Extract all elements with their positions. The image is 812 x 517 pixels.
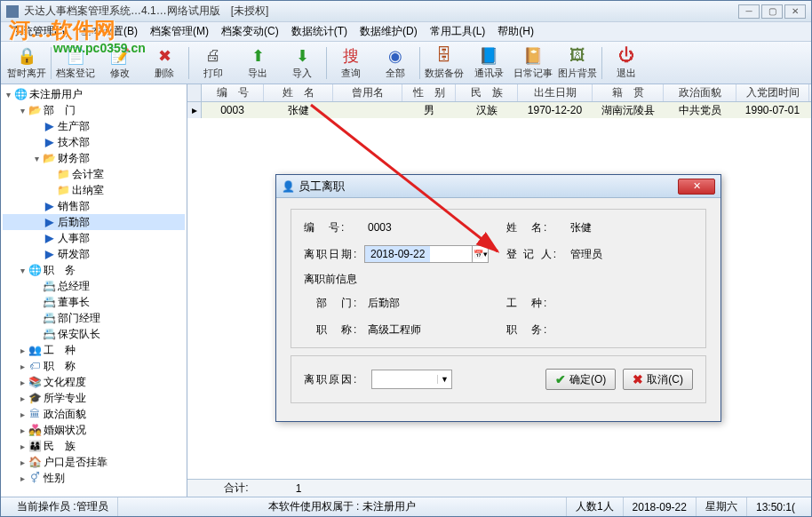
column-header[interactable]: 民 族	[456, 84, 518, 101]
tree-node[interactable]: ▶销售部	[3, 198, 185, 214]
toolbar-日常记事[interactable]: 📔日常记事	[511, 44, 555, 83]
menu-item[interactable]: 数据统计(T)	[286, 22, 353, 41]
toolbar-全部[interactable]: ◉全部	[373, 44, 418, 83]
column-header[interactable]: 曾用名	[333, 84, 402, 101]
grid-cell[interactable]	[333, 102, 402, 118]
toolbar-修改[interactable]: 📝修改	[98, 44, 142, 83]
tree-node[interactable]: 📇保安队长	[3, 326, 185, 342]
menu-item[interactable]: 常用工具(L)	[425, 22, 491, 41]
reason-label: 离职原因:	[304, 372, 364, 387]
column-header[interactable]: 入党团时间	[736, 84, 809, 101]
tree-node[interactable]: 📇总经理	[3, 278, 185, 294]
dept-label: 部 门:	[304, 296, 364, 311]
tool-icon: ⬆	[248, 46, 267, 66]
column-header[interactable]: 出生日期	[518, 84, 593, 101]
title-label: 职 称:	[304, 322, 364, 338]
menu-item[interactable]: 帮助(H)	[492, 22, 539, 41]
tree-node[interactable]: ▶研发部	[3, 246, 185, 262]
toolbar-删除[interactable]: ✖删除	[142, 44, 187, 83]
grid-cell[interactable]: 1990-07-01	[736, 102, 809, 118]
tree-node[interactable]: ▾📂财务部	[3, 150, 185, 166]
tree-node[interactable]: ▸📚文化程度	[3, 374, 185, 390]
tree-node[interactable]: ▾📂部 门	[3, 102, 185, 118]
cancel-button[interactable]: ✖ 取消(C)	[623, 369, 693, 390]
x-icon: ✖	[633, 372, 643, 386]
menu-item[interactable]: 数据维护(D)	[354, 22, 423, 41]
dialog-close-button[interactable]: ✕	[678, 179, 715, 195]
tree-node[interactable]: ▸🏠户口是否挂靠	[3, 454, 185, 470]
misc-icon: 👨‍👩‍👦	[28, 440, 42, 452]
tree-node[interactable]: ▾🌐职 务	[3, 262, 185, 278]
grid-cell[interactable]: 1970-12-20	[518, 102, 593, 118]
statusbar: 当前操作员 : 管理员 本软件使用权属于 : 未注册用户 人数1人 2018-0…	[1, 497, 811, 516]
tree-node[interactable]: ▸🎓所学专业	[3, 390, 185, 406]
id-value: 0003	[364, 219, 471, 236]
table-row[interactable]: ▸ 0003张健男汉族1970-12-20湖南沅陵县中共党员1990-07-01	[187, 102, 811, 118]
grid-cell[interactable]: 男	[402, 102, 456, 118]
toolbar-暂时离开[interactable]: 🔒暂时离开	[4, 44, 49, 83]
app-icon	[6, 5, 19, 18]
grid-cell[interactable]: 汉族	[456, 102, 518, 118]
card-icon: 📇	[42, 328, 56, 340]
tree-panel[interactable]: ▾🌐未注册用户▾📂部 门▶生产部▶技术部▾📂财务部📁会计室📁出纳室▶销售部▶后勤…	[1, 84, 187, 497]
tree-node[interactable]: ▸⚥性别	[3, 470, 185, 486]
card-icon: 📇	[42, 280, 56, 292]
arrow-blue-icon: ▶	[42, 248, 56, 260]
tree-node[interactable]: 📇董事长	[3, 294, 185, 310]
tree-node[interactable]: ▸💑婚姻状况	[3, 422, 185, 438]
tree-node[interactable]: ▶生产部	[3, 118, 185, 134]
grid-cell[interactable]: 张健	[264, 102, 333, 118]
menu-item[interactable]: 档案变动(C)	[216, 22, 284, 41]
tree-node[interactable]: ▸👨‍👩‍👦民 族	[3, 438, 185, 454]
menu-item[interactable]: 档案管理(M)	[145, 22, 214, 41]
toolbar-档案登记[interactable]: 📄档案登记	[53, 44, 98, 83]
ok-button[interactable]: ✔ 确定(O)	[545, 369, 616, 390]
arrow-blue-icon: ▶	[42, 136, 56, 148]
dialog-titlebar[interactable]: 👤 员工离职 ✕	[276, 175, 720, 198]
toolbar-数据备份[interactable]: 🗄数据备份	[422, 44, 466, 83]
tool-icon: 📘	[479, 46, 498, 66]
grid-cell[interactable]: 中共党员	[664, 102, 736, 118]
dept-value: 后勤部	[364, 294, 480, 312]
tool-icon: ⬇	[292, 46, 312, 66]
tree-node[interactable]: 📁会计室	[3, 166, 185, 182]
misc-icon: 👥	[28, 344, 42, 356]
tree-node[interactable]: ▸👥工 种	[3, 342, 185, 358]
before-info-label: 离职前信息	[304, 272, 693, 287]
tree-node[interactable]: ▾🌐未注册用户	[3, 86, 185, 102]
column-header[interactable]: 编 号	[202, 84, 264, 101]
column-header[interactable]: 性 别	[402, 84, 456, 101]
status-count: 人数1人	[567, 497, 624, 516]
duty-value	[567, 321, 673, 338]
tree-node[interactable]: ▶人事部	[3, 230, 185, 246]
minimize-button[interactable]: ─	[738, 4, 760, 19]
duty-label: 职 务:	[506, 322, 567, 338]
tool-icon: 🖨	[203, 46, 223, 66]
grid-cell[interactable]: 0003	[202, 102, 264, 118]
grid-cell[interactable]: 湖南沅陵县	[593, 102, 664, 118]
column-header[interactable]: 姓 名	[264, 84, 333, 101]
column-header[interactable]: 政治面貌	[664, 84, 736, 101]
resign-date-input[interactable]: 2018-09-22 📅▾	[364, 245, 489, 263]
toolbar-退出[interactable]: ⏻退出	[604, 44, 649, 83]
maximize-button[interactable]: ▢	[761, 4, 783, 19]
toolbar-导出[interactable]: ⬆导出	[235, 44, 280, 83]
toolbar-图片背景[interactable]: 🖼图片背景	[555, 44, 600, 83]
arrow-blue-icon: ▶	[42, 232, 56, 244]
tree-node[interactable]: ▸🏷职 称	[3, 358, 185, 374]
column-header[interactable]: 籍 贯	[593, 84, 664, 101]
close-button[interactable]: ✕	[784, 4, 806, 19]
menu-item[interactable]: 系统管理(S)	[6, 22, 74, 41]
calendar-icon[interactable]: 📅▾	[472, 246, 488, 262]
toolbar-导入[interactable]: ⬇导入	[280, 44, 324, 83]
tree-node[interactable]: ▸🏛政治面貌	[3, 406, 185, 422]
toolbar-打印[interactable]: 🖨打印	[191, 44, 235, 83]
tree-node[interactable]: ▶后勤部	[3, 214, 185, 230]
reason-combo[interactable]: ▼	[371, 370, 452, 389]
tree-node[interactable]: 📁出纳室	[3, 182, 185, 198]
menu-item[interactable]: 基本设置(B)	[76, 22, 143, 41]
tree-node[interactable]: ▶技术部	[3, 134, 185, 150]
toolbar-查询[interactable]: 搜查询	[329, 44, 373, 83]
tree-node[interactable]: 📇部门经理	[3, 310, 185, 326]
toolbar-通讯录[interactable]: 📘通讯录	[466, 44, 511, 83]
